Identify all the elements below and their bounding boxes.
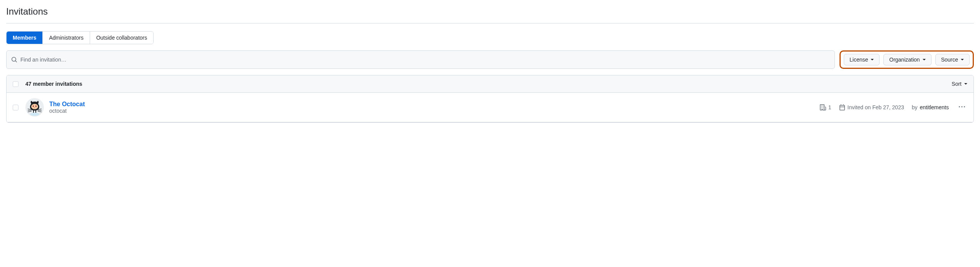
invitations-list: 47 member invitations Sort The	[6, 75, 974, 123]
invited-date-text: Invited on Feb 27, 2023	[848, 104, 904, 110]
invited-date: Invited on Feb 27, 2023	[839, 104, 904, 110]
filter-row: License Organization Source	[6, 50, 974, 69]
calendar-icon	[839, 104, 845, 110]
org-count: 1	[820, 104, 831, 110]
org-count-value: 1	[828, 104, 831, 110]
tab-outside-collaborators[interactable]: Outside collaborators	[90, 32, 153, 44]
tab-members[interactable]: Members	[7, 32, 43, 44]
search-icon	[11, 57, 17, 63]
invited-by: by entitlements	[912, 104, 949, 110]
filter-source-label: Source	[941, 57, 958, 63]
filter-license-label: License	[850, 57, 868, 63]
sort-label: Sort	[952, 81, 962, 87]
caret-down-icon	[923, 59, 926, 60]
kebab-horizontal-icon	[959, 104, 965, 110]
svg-point-1	[30, 113, 39, 116]
caret-down-icon	[961, 59, 964, 60]
tab-administrators[interactable]: Administrators	[43, 32, 90, 44]
svg-point-5	[33, 106, 34, 106]
filter-organization-label: Organization	[889, 57, 920, 63]
svg-point-4	[35, 105, 37, 107]
sort-button[interactable]: Sort	[952, 81, 967, 87]
avatar	[25, 98, 44, 117]
row-meta: 1 Invited on Feb 27, 2023 by entitlement…	[820, 104, 949, 110]
svg-point-3	[33, 105, 34, 107]
octocat-avatar-icon	[25, 98, 44, 117]
svg-point-2	[31, 104, 38, 109]
caret-down-icon	[964, 83, 967, 85]
row-checkbox[interactable]	[13, 105, 18, 110]
list-item: The Octocat octocat 1 Invited on Feb 27,…	[7, 93, 973, 122]
filter-source-button[interactable]: Source	[935, 54, 970, 65]
user-info: The Octocat octocat	[49, 101, 820, 114]
filter-buttons-highlight: License Organization Source	[840, 50, 974, 69]
user-name-link[interactable]: The Octocat	[49, 101, 85, 107]
organization-icon	[820, 104, 826, 110]
filter-organization-button[interactable]: Organization	[883, 54, 931, 65]
list-header: 47 member invitations Sort	[7, 75, 973, 93]
divider	[6, 23, 974, 23]
filter-license-button[interactable]: License	[844, 54, 880, 65]
row-actions-button[interactable]	[957, 102, 967, 113]
tabs: Members Administrators Outside collabora…	[6, 31, 154, 44]
invitation-count: 47 member invitations	[25, 81, 952, 87]
search-input[interactable]	[20, 57, 830, 63]
caret-down-icon	[871, 59, 874, 60]
search-wrap	[6, 50, 835, 69]
svg-point-6	[36, 106, 37, 106]
select-all-checkbox[interactable]	[13, 81, 18, 87]
user-login: octocat	[49, 108, 820, 114]
by-prefix: by	[912, 104, 918, 110]
page-title: Invitations	[6, 6, 974, 17]
by-value: entitlements	[920, 104, 949, 110]
